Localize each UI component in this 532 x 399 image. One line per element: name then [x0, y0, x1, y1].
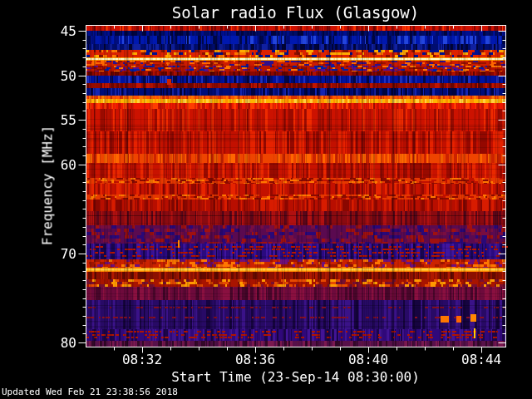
y-tick-label: 50	[33, 68, 76, 84]
x-axis-title: Start Time (23-Sep-14 08:30:00)	[86, 369, 505, 385]
x-tick-label: 08:40	[339, 352, 397, 367]
spectrogram-window: Solar radio Flux (Glasgow) Frequency [MH…	[0, 0, 532, 399]
updated-timestamp: Updated Wed Feb 21 23:38:56 2018	[2, 387, 178, 397]
spectrogram-canvas	[0, 0, 532, 399]
y-tick-label: 60	[33, 157, 76, 173]
chart-title: Solar radio Flux (Glasgow)	[86, 3, 505, 22]
y-tick-label: 80	[33, 335, 76, 351]
x-tick-label: 08:32	[113, 352, 171, 367]
y-axis-title: Frequency [MHz]	[40, 126, 56, 246]
y-tick-label: 70	[33, 246, 76, 262]
y-tick-label: 45	[33, 23, 76, 39]
x-tick-label: 08:44	[452, 352, 510, 367]
y-tick-label: 55	[33, 112, 76, 128]
x-tick-label: 08:36	[226, 352, 284, 367]
